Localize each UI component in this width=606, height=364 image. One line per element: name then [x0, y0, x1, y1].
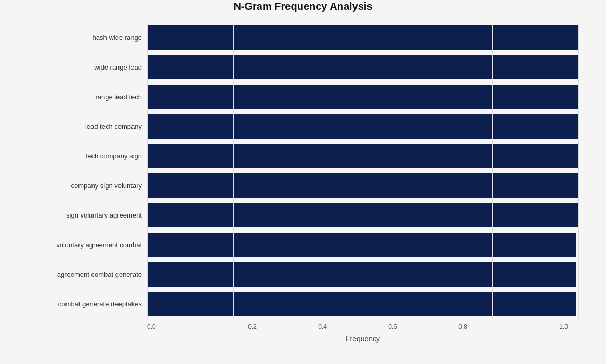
y-label: tech company sign: [28, 141, 142, 171]
chart-container: N-Gram Frequency Analysis hash wide rang…: [17, 0, 589, 364]
y-label: agreement combat generate: [28, 260, 142, 289]
y-label: lead tech company: [28, 112, 142, 141]
x-axis: 0.00.20.40.60.81.0: [147, 323, 578, 330]
bar: [147, 173, 578, 198]
grid-line: [578, 23, 579, 319]
bar-row: [147, 114, 578, 139]
bar: [147, 55, 578, 79]
bar-row: [147, 203, 578, 227]
bar-row: [147, 144, 578, 168]
bar: [147, 203, 578, 227]
y-label: range lead tech: [28, 82, 142, 112]
bar: [147, 114, 578, 139]
bar-row: [147, 262, 578, 287]
bar: [147, 292, 576, 316]
x-tick: 0.4: [287, 323, 358, 330]
x-tick: 1.0: [498, 323, 568, 330]
bar: [147, 233, 576, 257]
y-label: wide range lead: [28, 52, 142, 82]
bar-row: [147, 173, 578, 198]
x-tick: 0.8: [428, 323, 498, 330]
bar-row: [147, 233, 578, 257]
x-tick: 0.2: [217, 323, 287, 330]
x-axis-label: Frequency: [147, 334, 578, 343]
bar-row: [147, 25, 578, 50]
y-label: combat generate deepfakes: [28, 289, 142, 319]
y-label: voluntary agreement combat: [28, 230, 142, 260]
bar-row: [147, 55, 578, 79]
x-tick: 0.6: [358, 323, 428, 330]
bar-row: [147, 292, 578, 316]
bars-and-grid: [147, 23, 578, 319]
chart-title: N-Gram Frequency Analysis: [28, 1, 578, 12]
chart-area: hash wide rangewide range leadrange lead…: [28, 23, 578, 319]
bar: [147, 25, 578, 50]
bar: [147, 262, 576, 287]
bar: [147, 144, 578, 168]
bar-row: [147, 85, 578, 109]
y-label: hash wide range: [28, 23, 142, 52]
bar: [147, 85, 578, 109]
y-labels: hash wide rangewide range leadrange lead…: [28, 23, 147, 319]
x-tick: 0.0: [147, 323, 217, 330]
y-label: company sign voluntary: [28, 171, 142, 200]
y-label: sign voluntary agreement: [28, 200, 142, 230]
